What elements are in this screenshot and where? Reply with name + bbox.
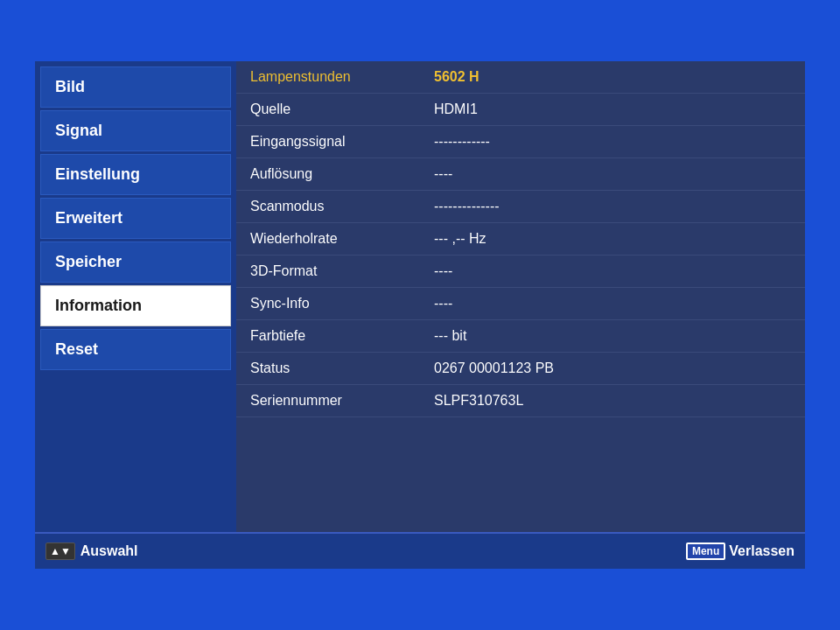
info-key: Sync-Info [236, 288, 420, 320]
info-value: ------------ [420, 126, 805, 158]
table-row: Eingangssignal------------ [236, 126, 805, 158]
info-value: HDMI1 [420, 94, 805, 126]
info-key: Auflösung [236, 158, 420, 191]
table-row: Auflösung---- [236, 158, 805, 191]
info-key: Lampenstunden [236, 61, 420, 94]
table-row: Lampenstunden5602 H [236, 61, 805, 94]
info-key: 3D-Format [236, 256, 420, 288]
sidebar-item-erweitert[interactable]: Erweitert [40, 198, 231, 239]
info-key: Farbtiefe [236, 320, 420, 353]
info-key: Eingangssignal [236, 126, 420, 158]
table-row: Farbtiefe--- bit [236, 320, 805, 353]
info-table: Lampenstunden5602 HQuelleHDMI1Eingangssi… [236, 61, 805, 417]
info-value: -------------- [420, 191, 805, 223]
info-value: --- bit [420, 320, 805, 353]
info-key: Wiederholrate [236, 223, 420, 256]
sidebar-item-signal[interactable]: Signal [40, 110, 231, 151]
info-key: Scanmodus [236, 191, 420, 223]
table-row: Scanmodus-------------- [236, 191, 805, 223]
sidebar-item-reset[interactable]: Reset [40, 329, 231, 370]
info-value: 0267 00001123 PB [420, 353, 805, 385]
info-panel: Lampenstunden5602 HQuelleHDMI1Eingangssi… [236, 61, 805, 532]
sidebar-item-information[interactable]: Information [40, 285, 231, 326]
bottom-right: Menu Verlassen [686, 542, 794, 560]
screen: BildSignalEinstellungErweitertSpeicherIn… [35, 61, 805, 569]
exit-label: Verlassen [729, 543, 794, 559]
nav-arrows-icon: ▲▼ [46, 542, 75, 560]
info-key: Status [236, 353, 420, 385]
info-value: SLPF310763L [420, 385, 805, 417]
table-row: Wiederholrate--- ,-- Hz [236, 223, 805, 256]
table-row: Sync-Info---- [236, 288, 805, 320]
sidebar-item-speicher[interactable]: Speicher [40, 242, 231, 283]
info-value: --- ,-- Hz [420, 223, 805, 256]
sidebar-item-bild[interactable]: Bild [40, 66, 231, 108]
main-content: BildSignalEinstellungErweitertSpeicherIn… [35, 61, 805, 532]
bottom-bar: ▲▼ Auswahl Menu Verlassen [35, 532, 805, 569]
info-value: 5602 H [420, 61, 805, 94]
info-key: Seriennummer [236, 385, 420, 417]
table-row: Status0267 00001123 PB [236, 353, 805, 385]
table-row: QuelleHDMI1 [236, 94, 805, 126]
nav-label: Auswahl [80, 543, 138, 559]
menu-badge[interactable]: Menu [686, 542, 725, 560]
info-key: Quelle [236, 94, 420, 126]
info-value: ---- [420, 158, 805, 191]
bottom-left: ▲▼ Auswahl [46, 542, 138, 560]
info-value: ---- [420, 288, 805, 320]
sidebar: BildSignalEinstellungErweitertSpeicherIn… [35, 61, 236, 532]
table-row: 3D-Format---- [236, 256, 805, 288]
info-value: ---- [420, 256, 805, 288]
table-row: SeriennummerSLPF310763L [236, 385, 805, 417]
sidebar-item-einstellung[interactable]: Einstellung [40, 154, 231, 195]
